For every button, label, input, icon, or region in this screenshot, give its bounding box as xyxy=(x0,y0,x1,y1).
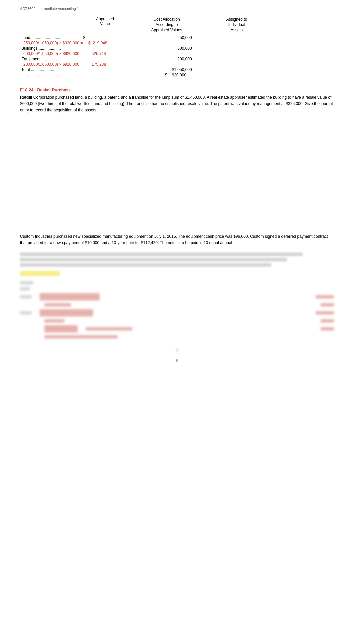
blurred-row-5 xyxy=(20,309,334,316)
col-header-cost-allocation: Cost Allocation According to Appraised V… xyxy=(127,17,207,33)
page-number: 5 xyxy=(20,359,334,363)
formula-land: 250,000/1,050,000) × $920,000 = $ 219,04… xyxy=(23,41,107,45)
appraised-value: 250,000 xyxy=(169,35,199,40)
custom-text-body: Custom Industries purchased new speciali… xyxy=(20,233,334,246)
page-header-title: ACT3602 Intermediate Accounting 1 xyxy=(20,7,79,11)
table-row-final: ..................................... $ … xyxy=(20,72,199,78)
table-header: Appraised Value Cost Allocation Accordin… xyxy=(20,17,334,33)
total-label: Total......................... xyxy=(20,67,82,72)
blurred-row-7 xyxy=(20,325,334,333)
col-header-property xyxy=(20,17,83,33)
dollar-sign: $ xyxy=(82,35,169,40)
blurred-bottom-content xyxy=(20,252,334,352)
problem-title: E10-24: Basket Purchase xyxy=(20,88,334,92)
formula-row-equipment: 200,000/1,050,000) × $920,000 = 175,238 xyxy=(20,62,199,67)
blurred-row-6 xyxy=(20,319,334,323)
table-row-total: Total......................... $1,050,00… xyxy=(20,67,199,72)
final-dots: ..................................... xyxy=(20,72,82,78)
problem-e10-24: E10-24: Basket Purchase Ratcliff Corpora… xyxy=(20,88,334,114)
blurred-row-3 xyxy=(20,293,334,300)
final-assigned-value: 920,000 xyxy=(169,72,199,78)
formula-equipment: 200,000/1,050,000) × $920,000 = 175,238 xyxy=(23,62,106,67)
appraised-value: 200,000 xyxy=(169,56,199,62)
col-header-assigned: Assigned to Individual Assets xyxy=(207,17,267,33)
property-label: Land............................ xyxy=(20,35,82,40)
page-header: ACT3602 Intermediate Accounting 1 xyxy=(20,7,334,11)
table-row: Land............................ $ 250,0… xyxy=(20,35,199,40)
blurred-row-1 xyxy=(20,281,334,284)
yellow-highlight xyxy=(20,271,60,276)
blurred-row-2 xyxy=(20,287,334,290)
total-value: $1,050,000 xyxy=(169,67,199,72)
problem-body: Ratcliff Corporation purchased land, a b… xyxy=(20,94,334,114)
blurred-table xyxy=(20,281,334,339)
dollar-sign xyxy=(82,67,169,72)
formula-buildings: 600,000/1,050,000) × $920,000 = 525,714 xyxy=(23,51,106,56)
custom-industries-section: Custom Industries purchased new speciali… xyxy=(20,233,334,246)
blurred-row-4 xyxy=(20,303,334,306)
formula-row-buildings: 600,000/1,050,000) × $920,000 = 525,714 xyxy=(20,51,199,56)
col-header-appraised: Appraised Value xyxy=(83,17,127,33)
table-row: Buildings..................... 600,000 xyxy=(20,46,199,51)
appraised-value: 600,000 xyxy=(169,46,199,51)
dollar-sign xyxy=(82,56,169,62)
final-dollar: $ xyxy=(82,72,169,78)
property-label: Equipment................... xyxy=(20,56,82,62)
table-row: Equipment................... 200,000 xyxy=(20,56,199,62)
cost-data-table: Land............................ $ 250,0… xyxy=(20,35,199,78)
cost-allocation-table: Appraised Value Cost Allocation Accordin… xyxy=(20,17,334,78)
blurred-row-8 xyxy=(20,335,334,339)
property-label: Buildings..................... xyxy=(20,46,82,51)
blurred-journal-entry xyxy=(20,120,334,213)
dollar-sign xyxy=(82,46,169,51)
formula-row-land: 250,000/1,050,000) × $920,000 = $ 219,04… xyxy=(20,40,199,46)
